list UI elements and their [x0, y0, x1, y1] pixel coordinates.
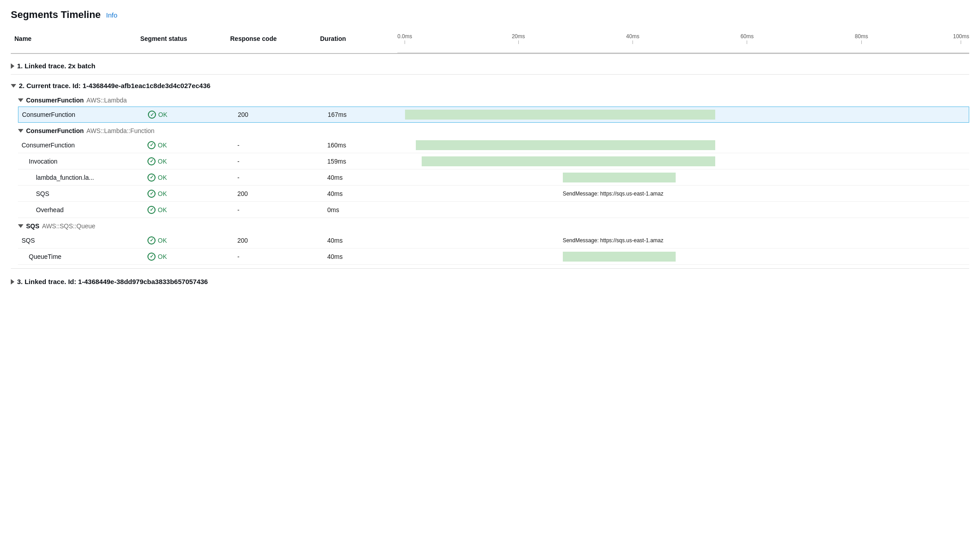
cell-bar-r4: [405, 169, 969, 185]
row-sqs-main[interactable]: SQS ✓ OK 200 40ms SendMessage: https://s…: [18, 232, 969, 249]
group1-header: 1. Linked trace. 2x batch: [11, 57, 969, 72]
cell-name-r3: Invocation: [18, 155, 144, 168]
ruler-tick-100: 100ms: [953, 33, 969, 44]
cell-duration-r8: 40ms: [324, 250, 405, 263]
bar-r1: [405, 110, 715, 120]
ruler-tick-40: 40ms: [626, 33, 639, 44]
bar-label-r7: SendMessage: https://sqs.us-east-1.amaz: [563, 237, 664, 244]
cell-bar-r3: [405, 153, 969, 169]
row-invocation[interactable]: Invocation ✓ OK - 159ms: [18, 153, 969, 169]
col-segment-status: Segment status: [137, 33, 227, 53]
ok-icon-r2: ✓: [147, 141, 156, 149]
cell-duration-r2: 160ms: [324, 139, 405, 151]
section2-toggle[interactable]: [18, 129, 23, 133]
cell-name-r5: SQS: [18, 187, 144, 200]
bar-label-r5: SendMessage: https://sqs.us-east-1.amaz: [563, 191, 664, 197]
cell-status-r1: ✓ OK: [144, 108, 234, 121]
ruler-tick-0: 0.0ms: [397, 33, 412, 44]
ok-icon-r6: ✓: [147, 206, 156, 214]
cell-status-r3: ✓ OK: [144, 155, 234, 168]
cell-duration-r4: 40ms: [324, 171, 405, 184]
group1-toggle[interactable]: [11, 63, 14, 69]
cell-name-r6: Overhead: [18, 204, 144, 216]
cell-code-r4: -: [234, 171, 324, 184]
section3-header: SQS AWS::SQS::Queue: [18, 218, 969, 232]
group2-toggle[interactable]: [11, 84, 16, 88]
timeline-ruler: 0.0ms 20ms 40ms 60ms 80ms: [397, 33, 969, 53]
cell-code-r2: -: [234, 139, 324, 151]
group3-header: 3. Linked trace. Id: 1-4368449e-38dd979c…: [11, 272, 969, 288]
group2-header: 2. Current trace. Id: 1-4368449e-afb1eac…: [11, 76, 969, 92]
cell-status-r4: ✓ OK: [144, 171, 234, 184]
group3-label: 3. Linked trace. Id: 1-4368449e-38dd979c…: [17, 278, 208, 285]
bar-r4: [563, 173, 676, 182]
section3-toggle[interactable]: [18, 224, 23, 228]
info-link[interactable]: Info: [106, 11, 117, 19]
cell-code-r5: 200: [234, 187, 324, 200]
cell-name-r7: SQS: [18, 234, 144, 247]
cell-bar-r2: [405, 137, 969, 153]
cell-bar-r1: [405, 107, 969, 122]
cell-duration-r1: 167ms: [324, 108, 405, 121]
cell-name-r2: ConsumerFunction: [18, 139, 144, 151]
cell-code-r8: -: [234, 250, 324, 263]
section-consumer-lambda: ConsumerFunction AWS::Lambda ConsumerFun…: [11, 92, 969, 123]
ok-icon-r7: ✓: [147, 236, 156, 244]
column-headers-row: Name Segment status Response code Durati…: [11, 33, 969, 53]
section1-toggle[interactable]: [18, 98, 23, 102]
cell-duration-r3: 159ms: [324, 155, 405, 168]
group3-toggle[interactable]: [11, 279, 14, 284]
bar-r3: [422, 156, 715, 166]
cell-bar-r6: [405, 202, 969, 218]
group1-label: 1. Linked trace. 2x batch: [17, 62, 95, 70]
section2-header: ConsumerFunction AWS::Lambda::Function: [18, 123, 969, 137]
page-title: Segments Timeline: [11, 9, 101, 21]
bar-r2: [416, 140, 715, 150]
col-duration: Duration: [316, 33, 397, 53]
cell-duration-r7: 40ms: [324, 234, 405, 247]
cell-name-r4: lambda_function.la...: [18, 171, 144, 184]
row-sqs-lambda[interactable]: SQS ✓ OK 200 40ms SendMessage: https://s…: [18, 186, 969, 202]
page-header: Segments Timeline Info: [11, 9, 969, 21]
cell-bar-r8: [405, 249, 969, 264]
ruler-tick-80: 80ms: [855, 33, 868, 44]
timeline-container: Name Segment status Response code Durati…: [11, 33, 969, 288]
row-lambda-function[interactable]: lambda_function.la... ✓ OK - 40ms: [18, 169, 969, 186]
cell-name-r8: QueueTime: [18, 250, 144, 263]
ok-icon-r5: ✓: [147, 190, 156, 198]
ok-icon-r3: ✓: [147, 157, 156, 165]
cell-code-r7: 200: [234, 234, 324, 247]
ok-icon-r1: ✓: [148, 111, 156, 119]
ok-icon-r8: ✓: [147, 253, 156, 261]
ok-icon-r4: ✓: [147, 173, 156, 182]
cell-code-r3: -: [234, 155, 324, 168]
cell-code-r1: 200: [234, 108, 324, 121]
cell-duration-r5: 40ms: [324, 187, 405, 200]
cell-bar-r7: SendMessage: https://sqs.us-east-1.amaz: [405, 232, 969, 248]
cell-status-r7: ✓ OK: [144, 234, 234, 247]
row-consumer-function-main[interactable]: ConsumerFunction ✓ OK 200 167ms: [18, 107, 969, 123]
cell-bar-r5: SendMessage: https://sqs.us-east-1.amaz: [405, 186, 969, 201]
section-sqs-queue: SQS AWS::SQS::Queue SQS ✓ OK 200 40ms Se…: [11, 218, 969, 265]
row-queue-time[interactable]: QueueTime ✓ OK - 40ms: [18, 249, 969, 265]
cell-status-r6: ✓ OK: [144, 203, 234, 217]
col-response-code: Response code: [227, 33, 316, 53]
row-overhead[interactable]: Overhead ✓ OK - 0ms: [18, 202, 969, 218]
section1-header: ConsumerFunction AWS::Lambda: [18, 92, 969, 107]
row-consumer-function-2[interactable]: ConsumerFunction ✓ OK - 160ms: [18, 137, 969, 153]
ruler-tick-20: 20ms: [512, 33, 525, 44]
cell-status-r8: ✓ OK: [144, 250, 234, 263]
cell-name-r1: ConsumerFunction: [18, 108, 144, 121]
cell-status-r5: ✓ OK: [144, 187, 234, 200]
bar-r8: [563, 252, 676, 262]
section-consumer-lambda-function: ConsumerFunction AWS::Lambda::Function C…: [11, 123, 969, 218]
cell-code-r6: -: [234, 204, 324, 216]
group2-label: 2. Current trace. Id: 1-4368449e-afb1eac…: [19, 82, 210, 89]
col-name: Name: [11, 33, 137, 53]
cell-status-r2: ✓ OK: [144, 138, 234, 152]
cell-duration-r6: 0ms: [324, 204, 405, 216]
ruler-tick-60: 60ms: [740, 33, 753, 44]
